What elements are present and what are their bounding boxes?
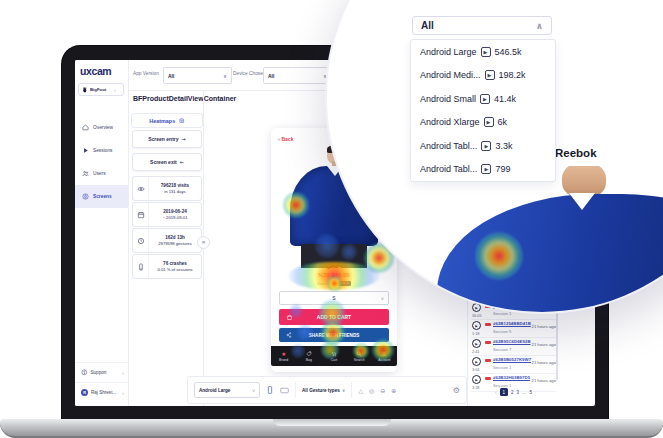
- page-3[interactable]: 3: [516, 390, 519, 395]
- carousel-dots[interactable]: [271, 267, 397, 269]
- session-row[interactable]: ▶2:41 #62B95C6D6E92B Session 7 21 hours …: [471, 337, 556, 356]
- rec-badge: [485, 341, 491, 344]
- stat-card-daterange: 2019-06-24~ 2019-09-01: [132, 202, 202, 227]
- session-row[interactable]: ▶1:18 #62B1254BBD41B Session 5 21 hours …: [471, 319, 556, 338]
- stat-card-visits: 796218 visitsin 131 days: [132, 176, 202, 201]
- nav-bag[interactable]: Bag: [296, 346, 321, 366]
- share-button[interactable]: SHARE WITH FRIENDS: [279, 328, 389, 342]
- page-prev[interactable]: ‹: [495, 390, 497, 395]
- device-frame-select[interactable]: Android Large ∨: [194, 382, 260, 398]
- play-icon[interactable]: ▶: [472, 375, 481, 384]
- share-icon: [286, 332, 292, 338]
- rec-badge: [485, 323, 491, 326]
- phone-bottom-nav: ★Brand Bag Cart Search Account: [271, 346, 397, 366]
- chevron-down-icon: ∨: [252, 388, 255, 393]
- session-id-link[interactable]: #62B32H03B97D5: [493, 375, 530, 380]
- device-chosen-label: Device Chosen: [233, 71, 266, 76]
- pinch-gesture-icon[interactable]: △: [358, 387, 363, 394]
- session-id-link[interactable]: #62B1254BBD41B: [493, 321, 531, 326]
- dropdown-option[interactable]: Android Large ▶ 546.5k: [411, 40, 555, 64]
- device-chosen-select[interactable]: All ∨: [263, 67, 332, 84]
- rec-badge: [485, 359, 491, 362]
- dropdown-option[interactable]: Android Small ▶ 41.4k: [411, 87, 555, 111]
- gesture-icon: [137, 237, 145, 245]
- add-to-cart-button[interactable]: ADD TO CART: [279, 309, 389, 325]
- tap-gesture-icon[interactable]: ◎: [369, 387, 374, 394]
- session-id-link[interactable]: #62B95C6D6E92B: [493, 339, 531, 344]
- account-icon: [381, 351, 387, 357]
- gesture-type-select[interactable]: All Gesture types ∨: [302, 388, 345, 393]
- eye-icon: [137, 185, 145, 193]
- chevron-right-icon: ›: [114, 87, 116, 93]
- sidebar-item-account[interactable]: R Raj Shrest... ›: [75, 382, 128, 402]
- sale-badge: SALE: [338, 281, 351, 286]
- app-version-select[interactable]: All ∨: [163, 67, 232, 84]
- magnified-device-select[interactable]: All ∧: [412, 16, 552, 35]
- arrow-right-icon: →: [182, 136, 186, 142]
- sidebar-item-users[interactable]: Users: [75, 162, 128, 185]
- double-tap-gesture-icon[interactable]: ⊕: [391, 387, 396, 394]
- play-icon[interactable]: ▶: [472, 321, 481, 330]
- play-count-icon: ▶: [481, 164, 491, 174]
- device-dropdown: Android Large ▶ 546.5k Android Medi... ▶…: [410, 39, 556, 182]
- sidebar-item-sessions[interactable]: Sessions: [75, 139, 128, 162]
- nav-search[interactable]: Search: [347, 346, 372, 366]
- nav-brand[interactable]: ★Brand: [271, 346, 296, 366]
- gear-icon[interactable]: ⚙: [453, 386, 460, 395]
- nav-account[interactable]: Account: [372, 346, 397, 366]
- page-ellipsis: …: [522, 390, 527, 395]
- star-icon: ★: [281, 351, 286, 357]
- play-count-icon: ▶: [480, 94, 490, 104]
- cart-icon: [331, 351, 337, 357]
- collapse-handle[interactable]: ≡: [197, 236, 210, 249]
- page-1[interactable]: 1: [500, 388, 508, 396]
- play-icon[interactable]: ▶: [472, 339, 481, 348]
- sidebar-item-overview[interactable]: Overview: [75, 116, 128, 139]
- stat-card-gestures: 162d 13h2979598 gestures: [132, 228, 202, 253]
- rec-badge: [485, 377, 491, 380]
- sidebar: uxcam BigFoot › Overview Sessions Users: [75, 60, 129, 406]
- session-row[interactable]: ▶3:04 #62B5B0527K9W7 Session 1 21 hours …: [471, 355, 556, 374]
- laptop-notch: [273, 419, 391, 426]
- screen-entry-button[interactable]: Screen entry →: [132, 130, 202, 148]
- swipe-gesture-icon[interactable]: ⊖: [380, 387, 385, 394]
- play-count-icon: ▶: [481, 141, 491, 151]
- magnified-blue-shirt: [437, 194, 663, 314]
- portrait-toggle-icon[interactable]: [266, 386, 274, 394]
- play-count-icon: ▶: [481, 47, 491, 57]
- bottom-toolbar: Android Large ∨ All Gesture types ∨ △ ◎ …: [187, 376, 467, 404]
- sidebar-item-screens[interactable]: Screens: [75, 185, 128, 208]
- device-icon: [137, 263, 145, 271]
- discount-row: Save $ 99 SALE: [271, 281, 397, 286]
- chevron-down-icon: ∨: [381, 296, 384, 301]
- heatmap-icon: [179, 118, 185, 124]
- bigfoot-icon: [82, 87, 88, 93]
- users-icon: [82, 170, 89, 177]
- question-icon: [81, 369, 88, 376]
- home-icon: [82, 124, 89, 131]
- size-select[interactable]: S ∨: [279, 291, 389, 305]
- pagination: ‹ 1 2 3 … 5: [468, 388, 559, 396]
- page-5[interactable]: 5: [529, 390, 532, 395]
- session-id-link[interactable]: #62B5B0527K9W7: [493, 357, 531, 362]
- app-switcher[interactable]: BigFoot ›: [78, 83, 124, 96]
- play-icon[interactable]: ▶: [472, 357, 481, 366]
- nav-cart[interactable]: Cart: [321, 346, 346, 366]
- dropdown-option[interactable]: Android Tabl... ▶ 3.3k: [411, 134, 555, 158]
- tag-icon: [306, 351, 312, 357]
- page-2[interactable]: 2: [511, 390, 514, 395]
- dropdown-option[interactable]: Android Tabl... ▶ 799: [411, 158, 555, 182]
- back-link[interactable]: ‹ Back: [278, 136, 293, 142]
- sidebar-item-support[interactable]: Support ›: [75, 362, 128, 382]
- sidebar-nav: Overview Sessions Users Screens: [75, 116, 128, 208]
- chevron-right-icon: ›: [122, 390, 124, 396]
- divider: [351, 382, 352, 398]
- dropdown-option[interactable]: Android Medi... ▶ 198.2k: [411, 64, 555, 88]
- screen-exit-button[interactable]: Screen exit ←: [132, 153, 202, 171]
- dropdown-option[interactable]: Android Xlarge ▶ 6k: [411, 111, 555, 135]
- calendar-icon: [137, 211, 145, 219]
- landscape-toggle-icon[interactable]: [280, 386, 289, 395]
- laptop-base: [0, 419, 663, 438]
- app-version-label: App Version: [133, 71, 159, 76]
- tab-heatmaps[interactable]: Heatmaps: [131, 113, 203, 128]
